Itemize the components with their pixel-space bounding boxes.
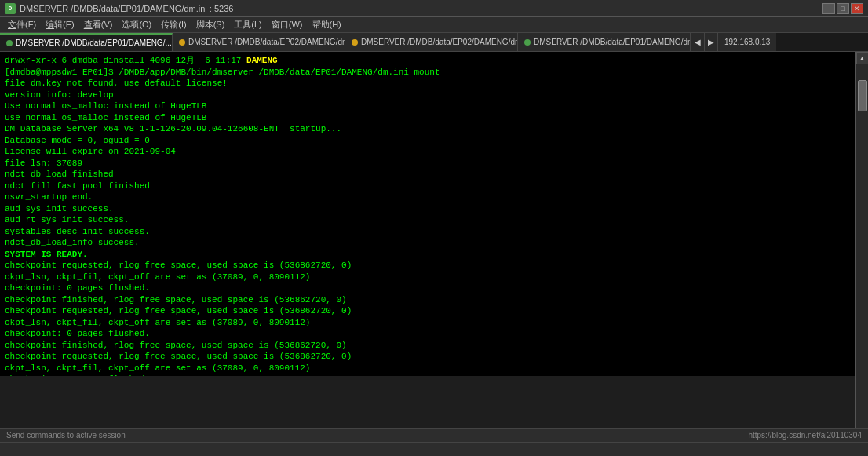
window-title: DMSERVER /DMDB/data/EP01/DAMENG/dm.ini :…: [20, 4, 822, 13]
status-bar: Send commands to active session https://…: [0, 428, 868, 442]
tab-label: DMSERVER /DMDB/data/EP01/DAMENG/dm.ini .…: [534, 38, 691, 46]
menu-help[interactable]: 帮助(H): [308, 17, 346, 32]
menu-transfer[interactable]: 传输(I): [156, 17, 191, 32]
tab-label: DMSERVER /DMDB/data/EP01/DAMENG/...: [16, 38, 172, 47]
menu-file[interactable]: 文件(F): [3, 17, 41, 32]
menu-window[interactable]: 窗口(W): [267, 17, 308, 32]
bottom-bar: [0, 442, 868, 456]
menu-tools[interactable]: 工具(L): [229, 17, 266, 32]
close-button[interactable]: ✕: [851, 3, 863, 14]
tab-status-dot: [179, 39, 185, 46]
minimize-button[interactable]: ─: [822, 3, 835, 14]
menu-view[interactable]: 查看(V): [79, 17, 118, 32]
tab-ip: 192.168.0.13: [717, 33, 776, 51]
menu-options[interactable]: 选项(O): [117, 17, 156, 32]
scroll-thumb[interactable]: [858, 80, 867, 111]
terminal[interactable]: drwxr-xr-x 6 dmdba dinstall 4096 12月 6 1…: [0, 52, 855, 376]
scroll-up-button[interactable]: ▲: [856, 52, 869, 64]
menu-bar: 文件(F) 编辑(E) 查看(V) 选项(O) 传输(I) 脚本(S) 工具(L…: [0, 17, 868, 33]
app-icon: D: [5, 3, 16, 14]
tab-bar: DMSERVER /DMDB/data/EP01/DAMENG/... ✕ DM…: [0, 33, 868, 52]
tab-label: DMSERVER /DMDB/data/EP02/DAMENG/dm.ini .…: [361, 38, 518, 46]
tab-nav-right[interactable]: ▶: [704, 33, 717, 51]
tab-0[interactable]: DMSERVER /DMDB/data/EP01/DAMENG/... ✕: [0, 33, 173, 51]
title-bar: D DMSERVER /DMDB/data/EP01/DAMENG/dm.ini…: [0, 0, 868, 17]
status-left: Send commands to active session: [6, 431, 748, 440]
menu-script[interactable]: 脚本(S): [191, 17, 230, 32]
tab-status-dot: [6, 40, 13, 46]
main-area: drwxr-xr-x 6 dmdba dinstall 4096 12月 6 1…: [0, 52, 868, 456]
window-controls[interactable]: ─ □ ✕: [822, 3, 863, 14]
tab-label: DMSERVER /DMDB/data/EP02/DAMENG/dm.ini .…: [188, 38, 345, 46]
tab-2[interactable]: DMSERVER /DMDB/data/EP02/DAMENG/dm.ini .…: [345, 33, 518, 51]
tab-status-dot: [352, 39, 358, 46]
terminal-row: drwxr-xr-x 6 dmdba dinstall 4096 12月 6 1…: [0, 52, 868, 456]
tab-3[interactable]: DMSERVER /DMDB/data/EP01/DAMENG/dm.ini .…: [518, 33, 691, 51]
tab-status-dot: [524, 39, 531, 46]
status-url: https://blog.csdn.net/ai20110304: [748, 431, 862, 440]
menu-edit[interactable]: 编辑(E): [41, 17, 79, 32]
tab-1[interactable]: DMSERVER /DMDB/data/EP02/DAMENG/dm.ini .…: [173, 33, 345, 51]
scrollbar-vertical[interactable]: ▲ ▼: [855, 52, 868, 456]
maximize-button[interactable]: □: [837, 3, 849, 14]
tab-nav-left[interactable]: ◀: [691, 33, 704, 51]
